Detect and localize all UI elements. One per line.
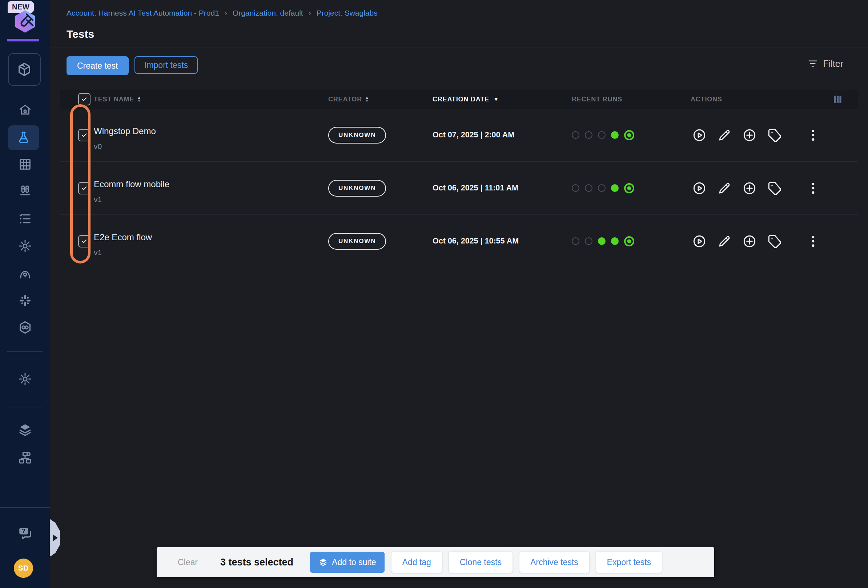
run-test-button[interactable] [692,128,707,143]
run-status-dot-empty[interactable] [585,131,592,139]
check-icon [81,184,88,192]
run-status-dot-empty[interactable] [572,184,579,192]
run-status-dot-ring[interactable] [624,130,634,140]
run-status-dot-filled[interactable] [611,237,619,245]
test-name[interactable]: Ecomm flow mobile [94,179,328,189]
sidebar-item-hierarchy[interactable] [0,446,50,470]
selection-bar: Clear 3 tests selected Add to suite Add … [156,547,714,577]
add-to-suite-button[interactable] [742,234,757,249]
filter-button[interactable]: Filter [807,58,843,69]
column-header-test-name[interactable]: TEST NAME ▲▼ [94,96,328,103]
main-content: Account: Harness AI Test Automation - Pr… [50,0,868,588]
sidebar-item-settings[interactable] [0,234,50,258]
breadcrumb-separator: › [224,9,227,18]
test-name[interactable]: E2e Ecom flow [94,232,328,242]
run-status-dot-filled[interactable] [611,131,619,139]
run-test-button[interactable] [692,234,707,249]
harness-ai-logo[interactable] [13,9,37,34]
breadcrumb-project[interactable]: Project: Swaglabs [317,9,378,18]
breadcrumb-organization[interactable]: Organization: default [233,9,303,18]
app-root: NEW [0,0,868,588]
run-status-dot-empty[interactable] [598,131,605,139]
sidebar-item-suites[interactable] [0,180,50,203]
add-to-suite-button[interactable] [742,128,757,143]
table-row[interactable]: Ecomm flow mobile v1 UNKNOWN Oct 06, 202… [60,162,858,215]
run-status-dot-filled[interactable] [598,237,605,245]
more-options-button[interactable] [806,181,821,196]
tag-button[interactable] [767,234,782,249]
column-settings-button[interactable] [829,94,858,104]
edit-test-button[interactable] [717,128,732,143]
edit-test-button[interactable] [717,234,732,249]
add-to-suite-button[interactable] [742,181,757,196]
tag-button[interactable] [767,181,782,196]
run-status-dot-ring[interactable] [624,236,634,246]
breadcrumb-separator: › [309,9,311,18]
row-checkbox[interactable] [78,182,90,195]
sidebar-divider [7,407,43,407]
sidebar-item-module[interactable] [8,53,41,86]
export-tests-button[interactable]: Export tests [596,552,662,573]
layers-icon [319,557,328,567]
recent-runs[interactable] [572,130,691,140]
sort-arrows-icon: ▲▼ [137,96,142,103]
sidebar-item-integrations[interactable] [0,289,50,312]
run-status-dot-ring[interactable] [624,183,634,193]
more-options-button[interactable] [806,128,821,143]
column-header-actions: ACTIONS [691,96,829,103]
tests-table: TEST NAME ▲▼ CREATOR ▲▼ CREATION DATE ▼ … [60,90,858,267]
clear-selection-button[interactable]: Clear [178,557,198,567]
table-row[interactable]: Wingstop Demo v0 UNKNOWN Oct 07, 2025 | … [60,109,858,162]
sidebar-item-help[interactable]: ? [0,522,50,545]
column-header-creation-date[interactable]: CREATION DATE ▼ [433,96,572,103]
recent-runs[interactable] [572,183,691,193]
row-checkbox[interactable] [78,129,90,141]
selected-count-label: 3 tests selected [220,557,293,568]
home-icon [18,103,32,117]
slack-icon [18,293,32,308]
more-options-button[interactable] [806,234,821,249]
chat-help-icon: ? [18,526,33,541]
creator-badge: UNKNOWN [328,233,386,250]
run-status-dot-empty[interactable] [572,237,579,245]
sidebar-item-project-settings[interactable] [0,367,50,391]
run-status-dot-empty[interactable] [585,184,592,192]
import-tests-button[interactable]: Import tests [134,56,198,74]
table-header-row: TEST NAME ▲▼ CREATOR ▲▼ CREATION DATE ▼ … [60,90,858,109]
create-test-button[interactable]: Create test [66,56,129,75]
test-name[interactable]: Wingstop Demo [94,126,328,136]
flask-icon [16,130,31,145]
user-avatar[interactable]: SD [14,559,33,578]
archive-tests-button[interactable]: Archive tests [520,552,589,573]
org-chart-gear-icon [18,450,33,466]
clone-tests-button[interactable]: Clone tests [449,552,512,573]
select-all-checkbox[interactable] [78,93,90,105]
run-status-dot-empty[interactable] [572,131,579,139]
sidebar-item-environments[interactable] [0,418,50,442]
column-header-creator[interactable]: CREATOR ▲▼ [328,96,433,103]
creation-date: Oct 06, 2025 | 11:01 AM [433,184,572,193]
run-status-dot-empty[interactable] [598,184,605,192]
row-checkbox[interactable] [78,235,90,248]
add-to-suite-button[interactable]: Add to suite [310,552,384,573]
logo-underline [7,39,39,41]
sidebar-item-home[interactable] [0,98,50,121]
run-status-dot-empty[interactable] [585,237,592,245]
sidebar-item-checklist[interactable] [0,207,50,230]
check-icon [81,96,88,103]
add-tag-button[interactable]: Add tag [391,552,442,573]
sidebar-item-pipelines[interactable] [0,316,50,339]
run-status-dot-filled[interactable] [611,184,619,192]
sidebar-item-grid[interactable] [0,153,50,176]
table-row[interactable]: E2e Ecom flow v1 UNKNOWN Oct 06, 2025 | … [60,215,858,267]
breadcrumb-account[interactable]: Account: Harness AI Test Automation - Pr… [66,9,219,18]
test-version: v1 [94,248,328,257]
sidebar-item-tests-active[interactable] [8,125,39,150]
creation-date: Oct 06, 2025 | 10:55 AM [433,237,572,246]
layers-gear-icon [18,422,33,438]
recent-runs[interactable] [572,236,691,246]
tag-button[interactable] [767,128,782,143]
edit-test-button[interactable] [717,181,732,196]
run-test-button[interactable] [692,181,707,196]
sidebar-item-agents[interactable] [0,262,50,285]
